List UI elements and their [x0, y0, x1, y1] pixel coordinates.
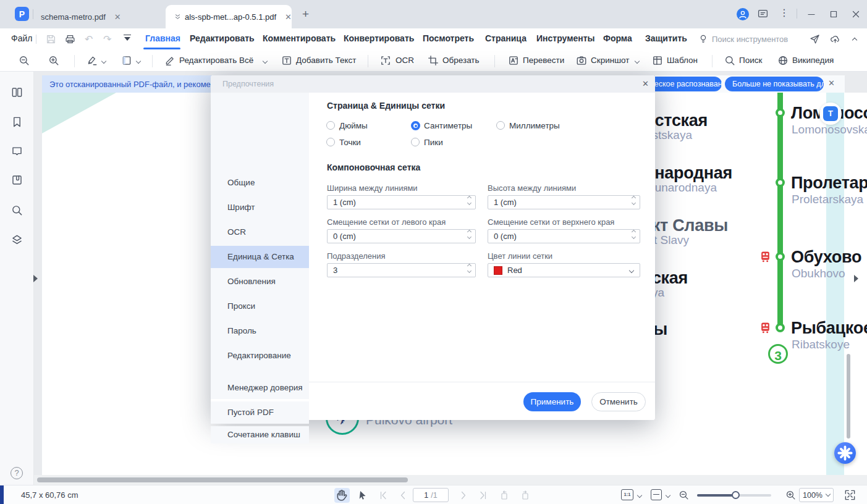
ribbon-tab-tools[interactable]: Инструменты	[536, 33, 595, 43]
tool-search-input[interactable]: Поиск инструментов	[712, 35, 788, 44]
template-button[interactable]: Шаблон	[667, 56, 698, 65]
ribbon-tab-page[interactable]: Страница	[485, 33, 527, 43]
cloud-upload-icon[interactable]	[830, 34, 840, 44]
close-window-button[interactable]	[851, 9, 861, 19]
menu-file[interactable]: Файл	[11, 33, 32, 43]
chevron-down-icon[interactable]	[635, 59, 640, 64]
dialog-menu-item-password[interactable]: Пароль	[211, 320, 309, 342]
screenshot-button[interactable]: Скриншот	[591, 56, 629, 65]
dialog-menu-item-ocr[interactable]: OCR	[211, 221, 309, 243]
radio-points[interactable]	[326, 138, 335, 146]
highlighter-tool-icon[interactable]	[87, 55, 98, 66]
ai-assistant-button[interactable]	[834, 442, 856, 464]
zoom-in-button[interactable]	[785, 490, 796, 500]
tab-document-1[interactable]: schema-metro.pdf ✕	[36, 5, 163, 28]
close-tab-icon[interactable]: ✕	[114, 12, 121, 22]
close-banner-icon[interactable]: ✕	[828, 78, 835, 88]
ribbon-tab-convert[interactable]: Конвертировать	[344, 33, 414, 43]
radio-centimeters[interactable]	[411, 121, 420, 130]
dialog-menu-item-editing[interactable]: Редактирование	[211, 345, 309, 367]
vertical-scrollbar[interactable]	[847, 354, 850, 439]
next-page-button[interactable]	[459, 490, 468, 500]
chevron-down-icon[interactable]	[666, 493, 670, 498]
search-icon[interactable]	[724, 55, 735, 66]
search-button[interactable]: Поиск	[739, 56, 762, 65]
apply-button[interactable]: Применить	[523, 392, 581, 411]
zoom-in-icon[interactable]	[48, 55, 59, 66]
chevron-down-icon[interactable]	[637, 493, 642, 498]
edit-all-button[interactable]: Редактировать Всё	[179, 56, 253, 65]
user-avatar[interactable]	[737, 8, 749, 20]
radio-inches[interactable]	[326, 121, 335, 130]
collapse-toolbar-icon[interactable]	[124, 35, 131, 41]
more-menu-icon[interactable]: ⋮	[779, 7, 789, 19]
add-text-icon[interactable]	[281, 55, 292, 66]
stepper[interactable]	[468, 196, 471, 204]
chevron-down-icon[interactable]	[136, 59, 141, 64]
ocr-icon[interactable]	[380, 55, 391, 66]
zoom-percent-select[interactable]: 100%	[799, 488, 834, 502]
stepper[interactable]	[468, 230, 471, 238]
horizontal-scrollbar-track[interactable]	[34, 475, 867, 485]
redo-icon[interactable]: ↷	[103, 33, 111, 45]
ocr-button[interactable]: OCR	[395, 56, 414, 65]
stepper[interactable]	[468, 264, 471, 272]
grid-color-select[interactable]: Red	[488, 263, 640, 277]
fullscreen-button[interactable]	[844, 489, 856, 501]
ribbon-tab-form[interactable]: Форма	[603, 33, 632, 43]
dialog-menu-item-blank-pdf[interactable]: Пустой PDF	[211, 401, 309, 424]
ribbon-tab-view[interactable]: Посмотреть	[423, 33, 474, 43]
new-tab-button[interactable]: +	[302, 7, 309, 21]
minimize-button[interactable]	[806, 9, 816, 19]
add-text-button[interactable]: Добавить Текст	[296, 56, 356, 65]
expand-left-panel-icon[interactable]	[33, 275, 38, 282]
grid-offset-top-input[interactable]: 0 (cm)	[488, 229, 640, 243]
attachments-icon[interactable]	[11, 174, 23, 186]
horizontal-scrollbar-thumb[interactable]	[37, 477, 408, 482]
previous-page-button[interactable]	[398, 490, 408, 500]
thumbnails-icon[interactable]	[11, 86, 23, 98]
subdivisions-input[interactable]: 3	[327, 263, 476, 277]
line-height-input[interactable]: 1 (cm)	[488, 195, 640, 209]
page-display-tool-icon[interactable]	[121, 55, 132, 66]
dialog-menu-item-font[interactable]: Шрифт	[211, 196, 309, 219]
radio-millimeters-label[interactable]: Миллиметры	[509, 121, 560, 130]
search-panel-icon[interactable]	[11, 204, 23, 216]
radio-picas-label[interactable]: Пики	[424, 138, 443, 147]
save-icon[interactable]	[46, 34, 56, 44]
feedback-icon[interactable]	[758, 9, 768, 19]
translate-button[interactable]: Перевести	[523, 56, 564, 65]
dialog-menu-item-general[interactable]: Общие	[211, 172, 309, 194]
zoom-out-button[interactable]	[679, 490, 689, 500]
radio-centimeters-label[interactable]: Сантиметры	[424, 121, 472, 130]
wikipedia-button[interactable]: Википедия	[792, 56, 834, 65]
share-icon[interactable]	[810, 34, 820, 44]
edit-all-icon[interactable]	[164, 55, 176, 66]
dont-show-again-button[interactable]: Больше не показывать для этого файла	[725, 77, 824, 91]
stepper[interactable]	[632, 230, 635, 238]
rotate-left-button[interactable]	[499, 490, 509, 500]
cancel-button[interactable]: Отменить	[591, 392, 646, 411]
double-chevron-down-icon[interactable]	[174, 12, 181, 21]
template-icon[interactable]	[652, 55, 663, 66]
dialog-menu-item-updates[interactable]: Обновления	[211, 271, 309, 293]
tab-document-2[interactable]: als-spb-met...ap-0.5.1.pdf ✕	[166, 5, 292, 28]
expand-right-panel-icon[interactable]	[854, 275, 858, 282]
crop-button[interactable]: Обрезать	[442, 56, 480, 65]
screenshot-icon[interactable]	[576, 55, 587, 66]
last-page-button[interactable]	[478, 490, 488, 500]
wikipedia-globe-icon[interactable]	[777, 55, 789, 66]
crop-icon[interactable]	[428, 55, 439, 66]
fit-page-button[interactable]	[651, 489, 662, 500]
print-icon[interactable]	[65, 34, 75, 44]
comments-icon[interactable]	[11, 145, 23, 157]
undo-icon[interactable]: ↶	[85, 33, 93, 45]
close-tab-icon[interactable]: ✕	[285, 12, 292, 22]
layers-icon[interactable]	[11, 234, 23, 246]
dialog-menu-item-trust-manager[interactable]: Менеджер доверия	[211, 377, 309, 399]
chevron-down-icon[interactable]	[263, 59, 268, 64]
radio-millimeters[interactable]	[496, 121, 505, 130]
zoom-out-icon[interactable]	[19, 55, 30, 66]
help-icon[interactable]: ?	[11, 467, 23, 479]
dialog-menu-item-shortcuts[interactable]: Сочетание клавиш	[211, 426, 309, 443]
